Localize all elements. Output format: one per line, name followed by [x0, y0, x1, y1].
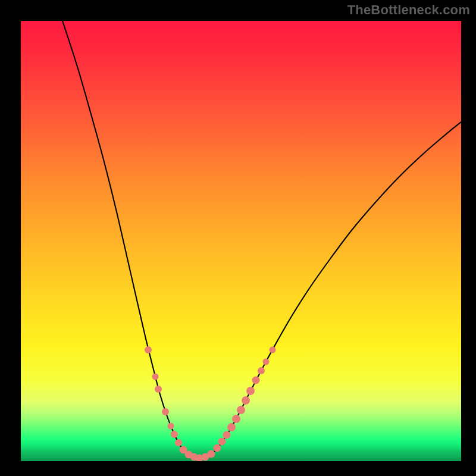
data-dot [171, 431, 178, 438]
data-dot [270, 347, 276, 353]
data-dot [155, 386, 162, 393]
data-dot [237, 406, 245, 414]
data-dot [218, 438, 226, 446]
data-dot [208, 450, 215, 458]
data-dot [252, 377, 260, 384]
data-dot [168, 423, 174, 430]
data-dot [227, 423, 236, 431]
data-dot [152, 374, 159, 380]
data-dot [162, 408, 169, 415]
data-dot [223, 431, 231, 439]
data-dot [242, 396, 250, 405]
bottleneck-curve [62, 21, 461, 458]
plot-area [21, 21, 461, 461]
data-dot [263, 359, 270, 365]
data-dot [246, 387, 255, 395]
data-dot [232, 415, 240, 423]
data-dot [214, 444, 221, 452]
chart-frame: TheBottleneck.com [0, 0, 476, 476]
data-dots [145, 346, 276, 461]
data-dot [145, 346, 152, 353]
data-dot [258, 367, 265, 374]
data-dot [175, 439, 182, 446]
curve-svg [21, 21, 461, 461]
attribution-text: TheBottleneck.com [347, 2, 470, 18]
